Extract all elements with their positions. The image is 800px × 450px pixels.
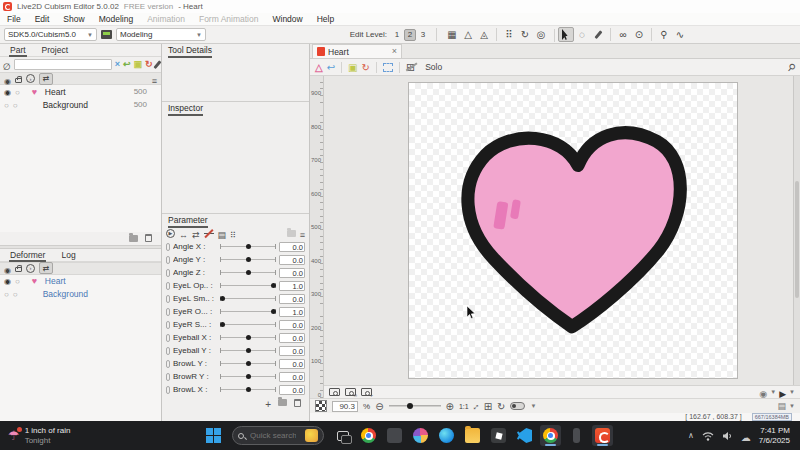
panel-tab[interactable]: Deformer xyxy=(2,249,53,261)
parameter-value[interactable]: 1.0 xyxy=(279,281,305,291)
chevron-down-icon[interactable]: ▼ xyxy=(789,403,795,409)
menu-item[interactable]: File xyxy=(0,14,28,24)
selection-box-icon[interactable] xyxy=(383,63,393,72)
swap-order-button[interactable]: ⇄ xyxy=(39,73,53,85)
close-icon[interactable]: × xyxy=(392,47,397,56)
file-explorer-app[interactable] xyxy=(462,425,483,446)
workspace-mode-select[interactable]: Modeling▼ xyxy=(116,28,206,41)
lock-toggle-icon[interactable] xyxy=(13,289,18,299)
weather-widget[interactable]: ☂ 1 inch of rain Tonight xyxy=(0,426,205,445)
solo-label[interactable]: Solo xyxy=(425,62,442,72)
wifi-icon[interactable] xyxy=(702,431,714,441)
chevron-down-icon[interactable]: ▼ xyxy=(530,403,536,409)
visibility-toggle-icon[interactable] xyxy=(4,289,9,299)
dark-app[interactable] xyxy=(384,425,405,446)
edge-app[interactable] xyxy=(436,425,457,446)
task-view-button[interactable] xyxy=(332,425,353,446)
sdk-version-select[interactable]: SDK5.0/Cubism5.0▼ xyxy=(4,28,97,41)
chevron-down-icon[interactable]: ▼ xyxy=(789,389,795,395)
parameter-toggle-icon[interactable] xyxy=(166,373,170,381)
menu-item[interactable]: Modeling xyxy=(92,14,141,24)
parameter-slider[interactable] xyxy=(220,385,276,394)
chrome-app[interactable] xyxy=(358,425,379,446)
parameter-slider[interactable] xyxy=(220,372,276,381)
curve-arrow-icon[interactable]: ↩ xyxy=(123,60,131,69)
volume-icon[interactable] xyxy=(722,431,733,441)
vscode-app[interactable] xyxy=(514,425,535,446)
menu-item[interactable]: Animation xyxy=(140,14,192,24)
layout-grid-icon[interactable] xyxy=(778,401,787,411)
brush-select-tool[interactable] xyxy=(590,27,606,42)
parameter-toggle-icon[interactable] xyxy=(166,256,170,264)
expand-all-icon[interactable]: › xyxy=(26,74,35,83)
rotation-view-icon[interactable] xyxy=(362,62,370,73)
menu-item[interactable]: Form Animation xyxy=(192,14,266,24)
parameter-toggle-icon[interactable] xyxy=(166,308,170,316)
visibility-toggle-icon[interactable] xyxy=(4,276,11,286)
zoom-out-icon[interactable] xyxy=(375,401,383,412)
reset-rotation-icon[interactable]: ↻ xyxy=(145,60,153,69)
zoom-value[interactable]: 90.3 xyxy=(332,401,358,412)
visibility-toggle-icon[interactable] xyxy=(4,87,11,97)
deformer-tree-row[interactable]: Background xyxy=(0,288,161,301)
grid-toggle-icon[interactable] xyxy=(406,61,415,74)
parameter-slider[interactable] xyxy=(220,307,276,316)
parameter-slider[interactable] xyxy=(220,333,276,342)
parameter-slider[interactable] xyxy=(220,268,276,277)
glue-tool[interactable]: ∞ xyxy=(615,27,631,42)
chrome-app-active[interactable] xyxy=(540,425,561,446)
edit-level-button[interactable]: 1 xyxy=(391,29,403,41)
texture-atlas-tool[interactable]: ▦ xyxy=(444,27,460,42)
parameter-slider[interactable] xyxy=(220,294,276,303)
parameter-group-icon[interactable] xyxy=(287,230,296,237)
swap-order-button[interactable]: ⇄ xyxy=(39,262,53,274)
fit-view-icon[interactable] xyxy=(474,401,479,412)
lock-toggle-icon[interactable] xyxy=(15,276,20,286)
vertical-scrollbar[interactable] xyxy=(793,76,800,385)
parameter-slider[interactable] xyxy=(220,359,276,368)
parameter-value[interactable]: 0.0 xyxy=(279,255,305,265)
parts-tree-row[interactable]: Background 500 xyxy=(0,98,161,111)
roblox-app[interactable] xyxy=(488,425,509,446)
parameter-value[interactable]: 0.0 xyxy=(279,333,305,343)
play-parameters-icon[interactable]: ▶ xyxy=(166,229,175,238)
panel-tab[interactable]: Part xyxy=(2,44,34,56)
parameter-value[interactable]: 0.0 xyxy=(279,346,305,356)
parameter-slider[interactable] xyxy=(220,281,276,290)
center-view-icon[interactable] xyxy=(484,401,492,412)
keyform-icon[interactable]: ▣ xyxy=(133,60,142,69)
photos-app[interactable] xyxy=(410,425,431,446)
zoom-slider[interactable] xyxy=(389,402,441,411)
parameter-slider[interactable] xyxy=(220,242,276,251)
parameter-toggle-icon[interactable] xyxy=(166,334,170,342)
search-input[interactable] xyxy=(248,430,298,441)
menu-item[interactable]: Help xyxy=(310,14,341,24)
camera-icon[interactable] xyxy=(329,388,340,396)
lock-toggle-icon[interactable] xyxy=(15,87,20,97)
menu-item[interactable]: Window xyxy=(265,14,309,24)
panel-tab[interactable]: Project xyxy=(34,44,76,56)
pin-icon[interactable] xyxy=(788,62,795,73)
lock-column-icon[interactable] xyxy=(15,267,22,272)
delete-parameter-icon[interactable] xyxy=(294,399,301,407)
model-viewport[interactable] xyxy=(324,76,793,385)
mesh-edit-tool[interactable]: △ xyxy=(460,27,476,42)
parameter-toggle-icon[interactable] xyxy=(166,282,170,290)
path-edit-tool[interactable]: ∿ xyxy=(672,27,688,42)
transparency-background-icon[interactable] xyxy=(315,400,327,412)
show-deformer-path-icon[interactable] xyxy=(327,62,335,73)
parameter-value[interactable]: 0.0 xyxy=(279,320,305,330)
arrow-tool[interactable] xyxy=(558,27,574,42)
lattice-deformer-tool[interactable]: ⠿ xyxy=(501,27,517,42)
taskbar-clock[interactable]: 7:41 PM 7/6/2025 xyxy=(759,426,794,445)
onedrive-icon[interactable] xyxy=(741,427,751,445)
parameter-value[interactable]: 0.0 xyxy=(279,268,305,278)
parts-tree-row[interactable]: Heart 500 xyxy=(0,85,161,98)
reset-rotation-icon[interactable] xyxy=(497,401,505,412)
chevron-down-icon[interactable]: ▼ xyxy=(770,389,776,395)
camera-add-icon[interactable] xyxy=(361,388,372,396)
show-mesh-icon[interactable] xyxy=(315,62,323,73)
parameter-value[interactable]: 0.0 xyxy=(279,385,305,395)
lock-column-icon[interactable] xyxy=(15,78,22,83)
parameter-toggle-icon[interactable] xyxy=(166,347,170,355)
